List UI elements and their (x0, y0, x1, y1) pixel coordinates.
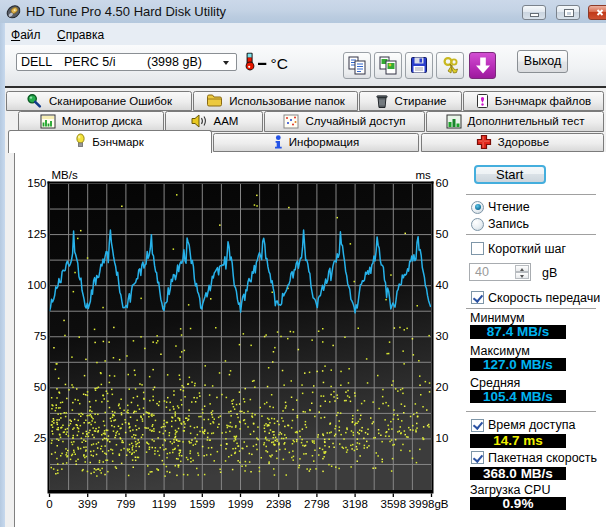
svg-text:2398: 2398 (266, 498, 292, 510)
svg-text:MB/s: MB/s (52, 169, 78, 181)
svg-text:0: 0 (46, 498, 52, 510)
svg-text:60: 60 (436, 177, 449, 189)
svg-text:399: 399 (78, 498, 97, 510)
svg-text:3198: 3198 (342, 498, 368, 510)
svg-text:3998gB: 3998gB (409, 498, 449, 510)
svg-text:100: 100 (28, 279, 47, 291)
svg-text:50: 50 (436, 228, 449, 240)
svg-text:75: 75 (34, 330, 47, 342)
svg-text:799: 799 (116, 498, 135, 510)
svg-text:40: 40 (436, 279, 449, 291)
svg-text:150: 150 (28, 177, 47, 189)
svg-text:30: 30 (436, 330, 449, 342)
svg-text:125: 125 (28, 228, 47, 240)
svg-text:20: 20 (436, 381, 449, 393)
svg-text:2798: 2798 (304, 498, 330, 510)
svg-text:10: 10 (436, 432, 449, 444)
svg-text:50: 50 (34, 381, 47, 393)
svg-text:1999: 1999 (228, 498, 254, 510)
svg-text:ms: ms (416, 169, 432, 181)
svg-text:1199: 1199 (152, 498, 177, 510)
svg-text:°C: °C (271, 55, 288, 72)
svg-text:1599: 1599 (190, 498, 216, 510)
svg-text:25: 25 (34, 432, 47, 444)
svg-text:3598: 3598 (381, 498, 407, 510)
